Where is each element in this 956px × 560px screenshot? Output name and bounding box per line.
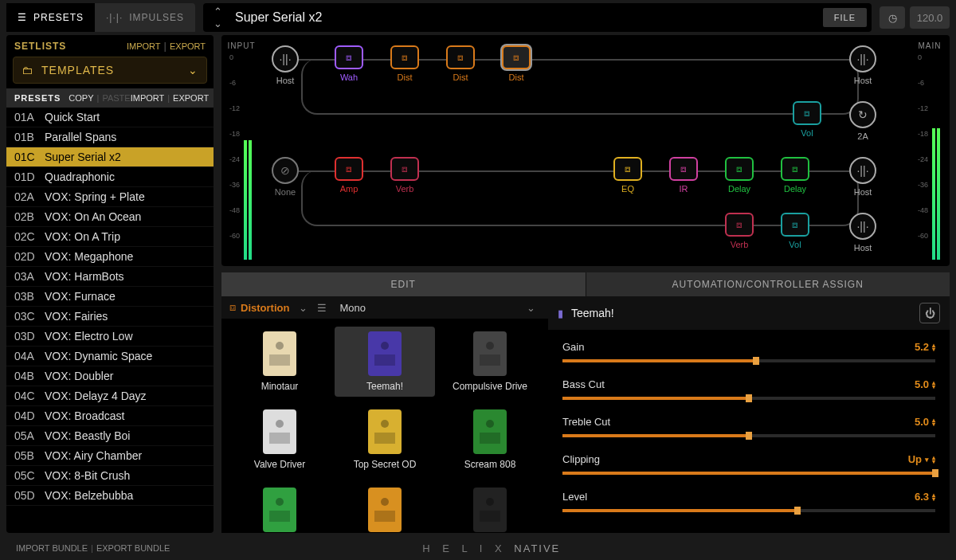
preset-item[interactable]: 02AVOX: Spring + Plate [6, 187, 214, 207]
param-level[interactable]: Level6.3 ▴▾ [548, 483, 950, 520]
input-meter: 0-6-12-18-24-36-48-60 [229, 53, 253, 260]
presets-import[interactable]: IMPORT [131, 93, 165, 103]
folder-icon: 🗀 [22, 64, 33, 76]
signal-node-eq[interactable]: ⧈EQ [608, 157, 648, 194]
signal-node-host[interactable]: ·||·Host [843, 157, 883, 197]
chevron-down-icon: ⌄ [527, 302, 535, 314]
clock-icon: ◷ [888, 12, 897, 24]
input-meter-label: INPUT [228, 41, 256, 50]
preset-item[interactable]: 01AQuick Start [6, 108, 214, 127]
signal-node-host[interactable]: ·||·Host [843, 45, 883, 85]
subtype-select[interactable]: Mono [339, 302, 366, 314]
model-item[interactable]: Valve Driver [229, 405, 330, 475]
model-item[interactable]: Scream 808 [440, 405, 540, 475]
brand-label: H E L I X NATIVE [170, 542, 813, 554]
signal-node-vol[interactable]: ⧈Vol [787, 101, 827, 138]
preset-item[interactable]: 03DVOX: Electro Low [6, 327, 214, 347]
preset-item[interactable]: 04BVOX: Doubler [6, 366, 214, 386]
model-item[interactable]: Vermin Dist [440, 483, 540, 533]
model-icon: ▮ [558, 307, 563, 319]
tab-presets[interactable]: ☰PRESETS [6, 3, 95, 32]
chevron-down-icon: ⌄ [299, 302, 308, 314]
tempo-value[interactable]: 120.0 [910, 6, 950, 29]
preset-item[interactable]: 04AVOX: Dynamic Space [6, 347, 214, 366]
preset-list: 01AQuick Start01BParallel Spans01CSuper … [6, 108, 214, 533]
preset-prev-next[interactable]: ⌃⌄ [208, 6, 229, 29]
preset-item[interactable]: 03AVOX: HarmBots [6, 267, 214, 287]
export-bundle[interactable]: EXPORT BUNDLE [96, 543, 170, 553]
preset-item[interactable]: 05CVOX: 8-Bit Crush [6, 466, 214, 486]
model-item[interactable]: Minotaur [229, 327, 330, 397]
chevron-up-icon: ⌃ [214, 6, 222, 18]
setlist-dropdown[interactable]: 🗀 TEMPLATES ⌄ [13, 57, 207, 84]
preset-item[interactable]: 04CVOX: Delayz 4 Dayz [6, 386, 214, 406]
param-clipping[interactable]: ClippingUp▾ ▴▾ [548, 445, 950, 483]
preset-title[interactable]: Super Serial x2 [229, 10, 823, 25]
preset-item[interactable]: 02BVOX: On An Ocean [6, 207, 214, 227]
signal-flow: INPUT 0-6-12-18-24-36-48-60 ·||·Host⧈Wah… [221, 35, 950, 266]
presets-header-label: PRESETS [14, 93, 61, 103]
signal-node-verb[interactable]: ⧈Verb [719, 213, 759, 249]
distortion-icon: ⧈ [229, 301, 236, 314]
signal-node-dist[interactable]: ⧈Dist [496, 45, 536, 82]
signal-node-ir[interactable]: ⧈IR [664, 157, 703, 194]
view-mode-icon[interactable]: ☰ [317, 302, 327, 314]
model-item[interactable]: Compulsive Drive [440, 327, 540, 397]
power-icon: ⏻ [925, 307, 935, 319]
setlists-label: SETLISTS [14, 41, 127, 52]
signal-node-host[interactable]: ·||·Host [843, 213, 883, 253]
preset-item[interactable]: 02DVOX: Megaphone [6, 247, 214, 267]
model-item[interactable]: Top Secret OD [335, 405, 435, 475]
power-button[interactable]: ⏻ [919, 303, 940, 323]
preset-item[interactable]: 03BVOX: Furnace [6, 287, 214, 307]
signal-node-none[interactable]: ⊘None [265, 157, 305, 197]
param-list: Gain5.2 ▴▾Bass Cut5.0 ▴▾Treble Cut5.0 ▴▾… [548, 330, 950, 533]
preset-item[interactable]: 01CSuper Serial x2 [6, 147, 214, 167]
signal-node-host[interactable]: ·||·Host [265, 45, 305, 85]
signal-node-amp[interactable]: ⧈Amp [329, 157, 369, 194]
preset-item[interactable]: 05BVOX: Airy Chamber [6, 446, 214, 466]
chevron-down-icon: ⌄ [188, 64, 198, 76]
import-bundle[interactable]: IMPORT BUNDLE [16, 543, 88, 553]
category-select[interactable]: Distortion [241, 302, 289, 314]
signal-node-delay[interactable]: ⧈Delay [719, 157, 759, 194]
tempo-mode-button[interactable]: ◷ [880, 6, 905, 29]
main-meter-label: MAIN [919, 41, 942, 50]
library-tabs: ☰PRESETS ·|·|·IMPULSES [6, 3, 195, 32]
signal-node-wah[interactable]: ⧈Wah [329, 45, 369, 82]
param-treble-cut[interactable]: Treble Cut5.0 ▴▾ [548, 408, 950, 445]
model-item[interactable]: Hedgehog D9 [229, 483, 330, 533]
preset-item[interactable]: 01DQuadraphonic [6, 167, 214, 187]
preset-item[interactable]: 05AVOX: Beastly Boi [6, 426, 214, 446]
signal-node-dist[interactable]: ⧈Dist [441, 45, 480, 82]
signal-node-verb[interactable]: ⧈Verb [385, 157, 425, 194]
signal-node-vol[interactable]: ⧈Vol [775, 213, 815, 249]
preset-item[interactable]: 05DVOX: Belzebubba [6, 486, 214, 506]
tab-automation[interactable]: AUTOMATION/CONTROLLER ASSIGN [586, 272, 950, 296]
model-grid: MinotaurTeemah!Compulsive DriveValve Dri… [221, 319, 548, 533]
model-item[interactable]: Stupor OD [335, 483, 435, 533]
preset-item[interactable]: 02CVOX: On A Trip [6, 227, 214, 247]
output-meter: 0-6-12-18-24-36-48-60 [918, 53, 942, 260]
param-bass-cut[interactable]: Bass Cut5.0 ▴▾ [548, 370, 950, 408]
impulse-icon: ·|·|· [106, 12, 123, 23]
tab-edit[interactable]: EDIT [221, 272, 586, 296]
signal-node-2a[interactable]: ↻2A [843, 101, 883, 141]
signal-chain[interactable]: ·||·Host⧈Wah⧈Dist⧈Dist⧈Dist·||·Host⧈Vol↻… [253, 41, 918, 260]
presets-copy[interactable]: COPY [69, 93, 93, 103]
presets-export[interactable]: EXPORT [173, 93, 209, 103]
param-gain[interactable]: Gain5.2 ▴▾ [548, 333, 950, 370]
preset-sidebar: SETLISTS IMPORT | EXPORT 🗀 TEMPLATES ⌄ P… [6, 35, 214, 533]
model-item[interactable]: Teemah! [335, 327, 435, 397]
preset-item[interactable]: 04DVOX: Broadcast [6, 406, 214, 426]
presets-paste: PASTE [102, 93, 130, 103]
preset-item[interactable]: 03CVOX: Fairies [6, 307, 214, 327]
signal-node-delay[interactable]: ⧈Delay [775, 157, 815, 194]
signal-node-dist[interactable]: ⧈Dist [385, 45, 425, 82]
setlists-import[interactable]: IMPORT [127, 41, 161, 51]
preset-item[interactable]: 01BParallel Spans [6, 127, 214, 147]
list-icon: ☰ [18, 12, 27, 23]
file-button[interactable]: FILE [823, 8, 867, 27]
tab-impulses[interactable]: ·|·|·IMPULSES [95, 3, 195, 32]
setlists-export[interactable]: EXPORT [170, 41, 206, 51]
